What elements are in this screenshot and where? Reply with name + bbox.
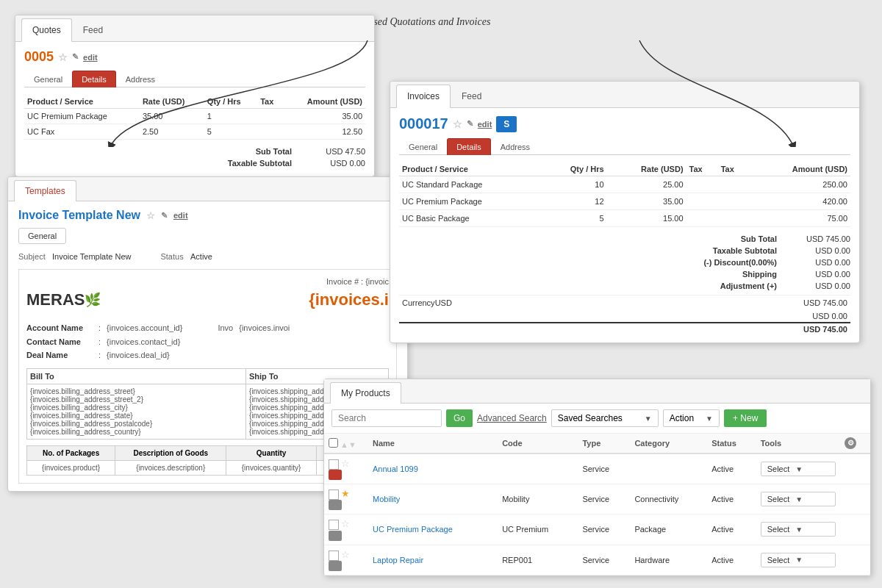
go-button[interactable]: Go	[446, 409, 473, 427]
product-link[interactable]: Mobility	[373, 495, 400, 503]
empty-cell	[840, 514, 870, 545]
tab-templates[interactable]: Templates	[14, 180, 76, 201]
col-amount: Amount (USD)	[283, 95, 365, 109]
product-tools: Select ▼	[756, 514, 840, 545]
invoices-details-table: Product / Service Qty / Hrs Rate (USD) T…	[399, 162, 850, 227]
subtab-general-quotes[interactable]: General	[24, 71, 72, 87]
row-star-icon[interactable]: ☆	[341, 549, 350, 560]
table-row: UC Fax 2.50 5 12.50	[24, 124, 365, 140]
subtab-details-inv[interactable]: Details	[447, 138, 491, 155]
product-select-button[interactable]: Select ▼	[761, 462, 836, 476]
product-category: Connectivity	[630, 484, 707, 514]
product-category	[630, 453, 707, 484]
row-checkbox[interactable]	[329, 490, 339, 500]
product-link[interactable]: Annual 1099	[373, 465, 418, 473]
quotes-panel: Quotes Feed 0005 ☆ ✎ edit General Detail…	[15, 15, 375, 177]
subtab-general-inv[interactable]: General	[399, 138, 447, 155]
row-checkbox[interactable]	[329, 520, 339, 530]
row-star-icon[interactable]: ☆	[341, 518, 350, 529]
row-controls: ☆	[324, 514, 368, 545]
quotes-star-icon[interactable]: ☆	[58, 51, 68, 63]
product-type: Service	[578, 453, 630, 484]
invoices-pencil-icon: ✎	[467, 119, 473, 129]
template-title: Invoice Template New ☆ ✎ edit	[18, 209, 397, 222]
product-link[interactable]: UC Premium Package	[373, 525, 453, 534]
quotes-pencil-icon: ✎	[72, 52, 79, 62]
row-type-icon	[329, 531, 342, 541]
product-type: Service	[578, 514, 630, 545]
invoices-tab-bar: Invoices Feed	[390, 82, 859, 108]
bill-address: {invoices.billing_address_street} {invoi…	[27, 384, 246, 440]
products-panel: My Products Go Advanced Search Saved Sea…	[323, 379, 871, 576]
product-select-button[interactable]: Select ▼	[761, 553, 836, 567]
inv-summary-row: (-) Discount(0.00%) USD 0.00	[399, 257, 850, 268]
col-status: Status	[707, 434, 756, 453]
invoices-sub-tabs: General Details Address	[399, 138, 850, 155]
row-type-icon	[329, 561, 342, 571]
template-star-icon[interactable]: ☆	[146, 210, 155, 221]
bill-to-header: Bill To	[27, 369, 246, 384]
invoices-panel: Invoices Feed 000017 ☆ ✎ edit S General …	[390, 81, 860, 343]
new-button[interactable]: + New	[724, 409, 767, 427]
tab-template-general[interactable]: General	[18, 228, 66, 244]
product-name-cell: Mobility	[368, 484, 498, 514]
invoices-edit-link[interactable]: edit	[478, 120, 492, 129]
row-star-icon[interactable]: ☆	[341, 458, 350, 469]
inv-total-row: USD 0.00	[399, 310, 850, 322]
summary-row: Taxable Subtotal USD 0.00	[24, 157, 365, 169]
product-select-button[interactable]: Select ▼	[761, 522, 836, 537]
product-status: Active	[707, 453, 756, 484]
tab-invoices[interactable]: Invoices	[396, 85, 451, 108]
inv-tax2	[718, 193, 750, 210]
product-name: UC Fax	[24, 124, 140, 140]
goods-product: {invoices.product}	[27, 461, 115, 476]
sort-icon: ▲▼	[340, 440, 356, 449]
product-status: Active	[707, 545, 756, 575]
empty-cell	[840, 545, 870, 575]
invoices-body: 000017 ☆ ✎ edit S General Details Addres…	[390, 108, 859, 343]
template-pencil-icon: ✎	[161, 211, 168, 220]
goods-col-0: No. of Packages	[27, 446, 115, 461]
empty-cell	[840, 453, 870, 484]
contact-name-row: Contact Name : {invoices.contact_id}	[26, 335, 389, 349]
invoices-record-id: 000017 ☆ ✎ edit S	[399, 115, 850, 132]
product-name-cell: Annual 1099	[368, 453, 498, 484]
subtab-details-quotes[interactable]: Details	[72, 71, 116, 87]
advanced-search-link[interactable]: Advanced Search	[477, 413, 547, 423]
goods-col-1: Description of Goods	[115, 446, 226, 461]
inv-qty: 5	[542, 210, 607, 227]
inv-qty: 12	[542, 193, 607, 210]
product-select-button[interactable]: Select ▼	[761, 492, 836, 506]
action-dropdown[interactable]: Action ▼	[663, 409, 720, 427]
select-all-checkbox[interactable]	[329, 438, 338, 448]
rate: 2.50	[140, 124, 204, 140]
tax	[257, 124, 283, 140]
account-fields: Account Name : {invoices.account_id} Inv…	[26, 321, 389, 362]
templates-tab-bar: Templates	[8, 177, 407, 201]
goods-col-2: Quantity	[226, 446, 316, 461]
product-code: Mobility	[498, 484, 578, 514]
tab-feed-invoices[interactable]: Feed	[451, 85, 492, 107]
subtab-address-quotes[interactable]: Address	[116, 71, 165, 87]
inv-col-tax1: Tax	[686, 162, 718, 176]
saved-searches-dropdown[interactable]: Saved Searches ▼	[551, 409, 659, 427]
gear-icon[interactable]: ⚙	[845, 437, 856, 449]
subtab-address-inv[interactable]: Address	[491, 138, 539, 155]
invoices-star-icon[interactable]: ☆	[453, 118, 462, 130]
tab-quotes[interactable]: Quotes	[21, 18, 72, 42]
tab-feed-quotes[interactable]: Feed	[72, 18, 114, 41]
template-edit-link[interactable]: edit	[173, 211, 188, 220]
quotes-edit-link[interactable]: edit	[83, 53, 98, 62]
products-search-bar: Go Advanced Search Saved Searches ▼ Acti…	[324, 404, 870, 434]
summary-row: Sub Total USD 47.50	[24, 146, 365, 157]
inv-amount: 250.00	[750, 176, 850, 193]
row-checkbox[interactable]	[329, 459, 339, 470]
search-input[interactable]	[331, 409, 442, 427]
row-checkbox[interactable]	[329, 551, 339, 561]
inv-col-tax2: Tax	[718, 162, 750, 176]
row-star-icon[interactable]: ★	[341, 488, 350, 499]
product-link[interactable]: Laptop Repair	[373, 556, 423, 564]
invoices-icon: S	[496, 116, 517, 132]
tab-my-products[interactable]: My Products	[330, 382, 401, 404]
product-code	[498, 453, 578, 484]
